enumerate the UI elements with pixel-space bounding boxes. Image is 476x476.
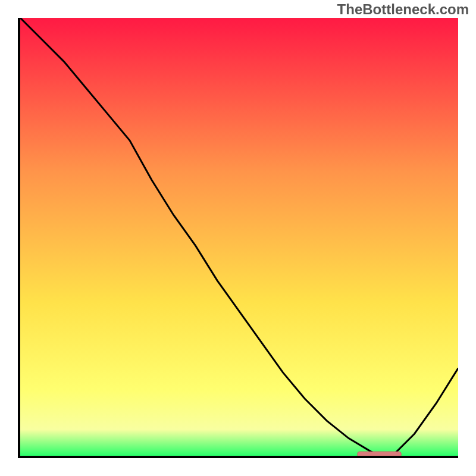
- gradient-background: [20, 18, 458, 456]
- plot-area: [18, 18, 458, 458]
- chart-container: { "watermark": "TheBottleneck.com", "col…: [0, 0, 476, 476]
- bottleneck-chart: [18, 18, 458, 458]
- watermark-text: TheBottleneck.com: [337, 1, 469, 18]
